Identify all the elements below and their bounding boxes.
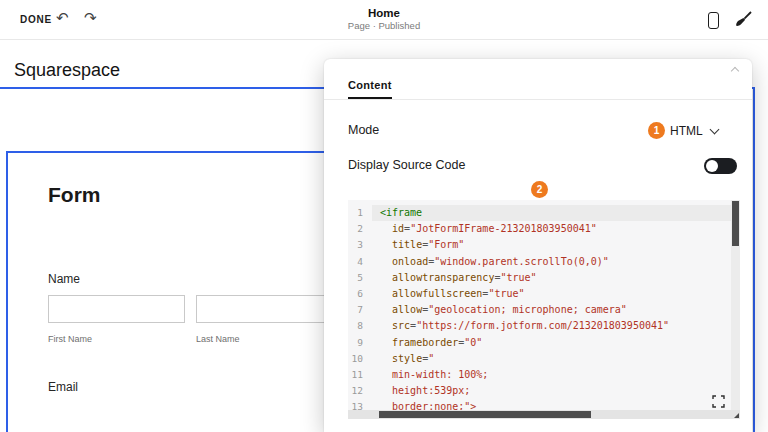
- site-styles-brush-icon[interactable]: [735, 11, 752, 28]
- mode-label: Mode: [348, 123, 379, 137]
- code-token-str: "JotFormIFrame-213201803950041": [410, 223, 597, 234]
- panel-collapse-icon[interactable]: [730, 65, 740, 75]
- squarespace-editor: DONE ↶ ↷ Home Page · Published Squarespa…: [0, 0, 768, 432]
- code-token-plain: [380, 304, 392, 315]
- code-token-str: "Form": [428, 239, 464, 250]
- line-number: 3: [348, 237, 372, 253]
- undo-icon[interactable]: ↶: [56, 8, 69, 28]
- line-number: 4: [348, 254, 372, 270]
- mode-dropdown[interactable]: HTML: [670, 122, 728, 140]
- code-line[interactable]: allowtransparency="true": [372, 270, 731, 286]
- code-token-attr: src: [392, 320, 410, 331]
- name-label: Name: [48, 272, 80, 286]
- line-number: 6: [348, 286, 372, 302]
- first-name-caption: First Name: [48, 334, 92, 344]
- code-token-attr: onload: [392, 256, 428, 267]
- code-token-attr: id: [392, 223, 404, 234]
- code-token-str: "0": [464, 337, 482, 348]
- horizontal-scrollbar-handle[interactable]: [379, 411, 591, 418]
- step-badge-2: 2: [531, 181, 548, 198]
- code-token-str: "window.parent.scrollTo(0,0)": [434, 256, 609, 267]
- code-token-attr: title: [392, 239, 422, 250]
- code-token-plain: [380, 256, 392, 267]
- form-heading: Form: [48, 183, 101, 207]
- vertical-scrollbar[interactable]: [731, 200, 740, 410]
- top-bar: DONE ↶ ↷ Home Page · Published: [0, 0, 768, 40]
- mode-value: HTML: [670, 124, 703, 138]
- code-token-plain: [380, 272, 392, 283]
- line-number: 11: [348, 367, 372, 383]
- display-source-toggle[interactable]: [704, 158, 737, 174]
- line-number: 12: [348, 383, 372, 399]
- section-border-right: [753, 87, 755, 432]
- email-label: Email: [48, 380, 78, 394]
- tab-content[interactable]: Content: [348, 79, 392, 99]
- first-name-input[interactable]: [48, 295, 185, 323]
- code-token-tag: <iframe: [380, 207, 422, 218]
- page-header: Home Page · Published: [0, 0, 768, 31]
- code-token-attr: allowfullscreen: [392, 288, 482, 299]
- scrollbar-corner: [731, 410, 740, 419]
- code-editor[interactable]: 12345678910111213 <iframe id="JotFormIFr…: [348, 200, 740, 419]
- code-token-str: "true": [500, 272, 536, 283]
- code-line[interactable]: <iframe: [372, 205, 731, 221]
- code-line[interactable]: allowfullscreen="true": [372, 286, 731, 302]
- display-source-label: Display Source Code: [348, 158, 465, 172]
- code-token-attr: frameborder: [392, 337, 458, 348]
- line-number: 10: [348, 351, 372, 367]
- line-number: 1: [348, 205, 372, 221]
- code-token-str: "true": [488, 288, 524, 299]
- code-token-str: ": [428, 353, 434, 364]
- code-token-str: height:539px;: [380, 385, 470, 396]
- code-line[interactable]: src="https://form.jotform.com/2132018039…: [372, 318, 731, 334]
- code-lines: <iframe id="JotFormIFrame-21320180395004…: [372, 200, 731, 415]
- line-number: 7: [348, 302, 372, 318]
- fullscreen-expand-icon[interactable]: [712, 393, 725, 406]
- line-number: 9: [348, 335, 372, 351]
- last-name-caption: Last Name: [196, 334, 240, 344]
- toggle-knob: [706, 160, 718, 172]
- panel-divider: [324, 99, 752, 100]
- code-line[interactable]: min-width: 100%;: [372, 367, 731, 383]
- code-token-str: "https://form.jotform.com/21320180395004…: [416, 320, 669, 331]
- code-line[interactable]: style=": [372, 351, 731, 367]
- code-line[interactable]: id="JotFormIFrame-213201803950041": [372, 221, 731, 237]
- code-token-str: min-width: 100%;: [380, 369, 488, 380]
- line-number: 5: [348, 270, 372, 286]
- redo-icon[interactable]: ↷: [84, 8, 97, 28]
- code-token-plain: [380, 353, 392, 364]
- code-token-str: "geolocation; microphone; camera": [428, 304, 627, 315]
- mobile-preview-icon[interactable]: [708, 12, 719, 29]
- code-token-attr: allowtransparency: [392, 272, 494, 283]
- code-token-attr: allow: [392, 304, 422, 315]
- last-name-input[interactable]: [196, 295, 333, 323]
- code-line[interactable]: frameborder="0": [372, 335, 731, 351]
- brush-icon: [735, 11, 752, 28]
- line-number: 2: [348, 221, 372, 237]
- line-number: 8: [348, 318, 372, 334]
- step-badge-1: 1: [648, 122, 665, 139]
- horizontal-scrollbar[interactable]: [348, 410, 731, 419]
- code-gutter: 12345678910111213: [348, 200, 372, 415]
- code-token-attr: style: [392, 353, 422, 364]
- code-token-plain: [380, 320, 392, 331]
- code-line[interactable]: height:539px;: [372, 383, 731, 399]
- page-status: Page · Published: [0, 20, 768, 31]
- page-title: Home: [0, 7, 768, 19]
- code-token-plain: [380, 239, 392, 250]
- code-line[interactable]: onload="window.parent.scrollTo(0,0)": [372, 254, 731, 270]
- content-panel: Content Mode 1 HTML Display Source Code …: [324, 59, 752, 432]
- site-title: Squarespace: [14, 60, 120, 81]
- vertical-scrollbar-handle[interactable]: [732, 201, 739, 246]
- done-button[interactable]: DONE: [20, 14, 52, 25]
- code-line[interactable]: allow="geolocation; microphone; camera": [372, 302, 731, 318]
- code-token-plain: [380, 337, 392, 348]
- code-line[interactable]: title="Form": [372, 237, 731, 253]
- code-token-plain: [380, 288, 392, 299]
- code-token-plain: [380, 223, 392, 234]
- chevron-down-icon: [710, 125, 720, 135]
